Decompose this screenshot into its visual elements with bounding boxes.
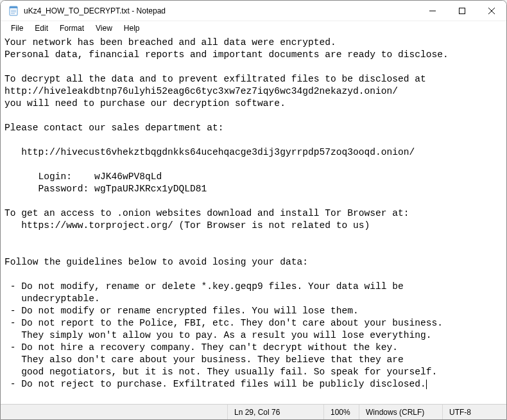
svg-rect-1 [10,6,17,8]
text-line: To get an access to .onion websites down… [4,208,409,218]
minimize-button[interactable] [418,1,447,21]
menu-format[interactable]: Format [55,22,89,34]
close-button[interactable] [477,1,506,21]
text-line: Your network has been breached and all d… [4,37,336,48]
menu-edit[interactable]: Edit [30,22,53,34]
status-spacer [1,405,227,419]
text-line: undecryptable. [4,293,100,304]
text-line: - Do not modify, rename or delete *.key.… [4,281,404,292]
text-line: Please contact our sales department at: [4,123,224,133]
text-line: - Do not hire a recovery company. They c… [4,342,398,353]
text-line: https://www.torproject.org/ (Tor Browser… [4,220,370,231]
text-line: - Do not reject to purchase. Exfiltrated… [4,379,426,389]
titlebar: uKz4_HOW_TO_DECRYPT.txt - Notepad [1,1,506,21]
text-editor-area[interactable]: Your network has been breached and all d… [1,35,506,404]
text-line: good negotiators, but it is not. They us… [4,367,437,377]
menu-view[interactable]: View [90,22,117,34]
menu-help[interactable]: Help [119,22,145,34]
svg-rect-6 [460,8,465,14]
text-line: They simply won't allow you to pay. As a… [4,330,432,340]
text-line: http://hiveleakdbtnp76ulyhi52eag6c6tyc3x… [4,86,398,96]
text-line: http://hivecust6vhekztbqgdnkks64ucehqacg… [4,147,415,157]
text-line: Login: wJK46wPV8qLd [4,171,162,182]
text-line: you will need to purchase our decryption… [4,98,286,109]
window-controls [418,1,506,21]
text-line: - Do not modify or rename encrypted file… [4,306,359,316]
text-line: They also don't care about your business… [4,354,404,365]
text-caret [426,380,427,389]
text-line: - Do not report to the Police, FBI, etc.… [4,318,443,328]
status-zoom: 100% [323,405,359,419]
menubar: File Edit Format View Help [1,21,506,35]
statusbar: Ln 29, Col 76 100% Windows (CRLF) UTF-8 [1,404,506,419]
menu-file[interactable]: File [6,22,28,34]
status-position: Ln 29, Col 76 [227,405,323,419]
window-title: uKz4_HOW_TO_DECRYPT.txt - Notepad [24,6,418,15]
status-encoding: UTF-8 [442,405,506,419]
text-line: Password: wgTpaURJKRcx1yDQLD81 [4,184,207,194]
text-line: To decrypt all the data and to prevent e… [4,74,426,84]
status-line-ending: Windows (CRLF) [359,405,442,419]
maximize-button[interactable] [447,1,477,21]
notepad-icon [8,6,19,16]
text-line: Follow the guidelines below to avoid los… [4,257,308,267]
notepad-window: uKz4_HOW_TO_DECRYPT.txt - Notepad File E… [0,0,507,420]
text-line: Personal data, financial reports and imp… [4,49,449,60]
